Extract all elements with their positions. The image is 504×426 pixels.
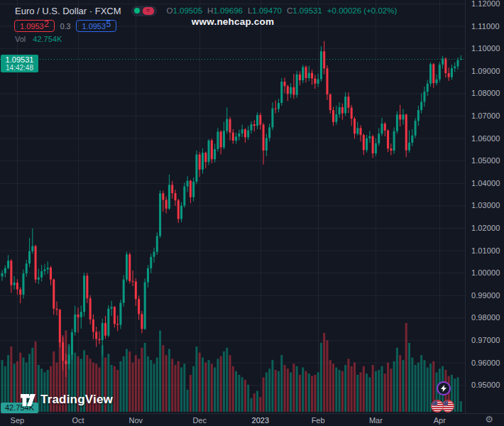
time-axis-label: 2023	[252, 416, 269, 425]
volume-bar	[144, 343, 146, 412]
volume-bar	[265, 372, 268, 412]
candle-body	[220, 131, 222, 147]
gear-icon[interactable]: ⚙	[483, 415, 495, 425]
candle-body	[107, 309, 109, 336]
volume-bar	[275, 370, 277, 412]
volume-bar	[171, 359, 173, 412]
candle-body	[28, 251, 31, 263]
volume-bar	[308, 373, 310, 412]
candle-body	[299, 75, 301, 80]
volume-bar	[202, 358, 204, 412]
buy-ask-button[interactable]: 1.09535	[76, 20, 116, 32]
sell-bid-button[interactable]: 1.09532	[14, 20, 55, 32]
candle-body	[56, 309, 58, 310]
price-axis-label: 1.07000	[471, 111, 500, 120]
candle-body	[436, 80, 438, 83]
candle-body	[408, 143, 410, 151]
volume-bar	[339, 370, 341, 412]
volume-bar	[354, 363, 356, 412]
candle-body	[26, 263, 28, 273]
candle-body	[214, 149, 216, 159]
volume-bar	[116, 370, 119, 412]
candle-wick	[65, 354, 66, 377]
time-axis-label: Apr	[434, 416, 446, 425]
candle-body	[341, 107, 344, 114]
candle-body	[280, 82, 283, 103]
candle-body	[390, 148, 392, 151]
candle-body	[335, 114, 337, 122]
candle-body	[204, 153, 207, 162]
candle-body	[19, 290, 21, 295]
candle-body	[368, 136, 371, 138]
candle-body	[339, 107, 341, 114]
candle-body	[40, 271, 43, 278]
high-value: 1.09696	[213, 6, 243, 15]
candle-body	[275, 109, 277, 109]
volume-bar	[417, 363, 420, 412]
volume-bar	[250, 398, 252, 412]
candle-body	[351, 108, 353, 119]
candle-body	[144, 282, 146, 329]
livestream-bubble[interactable]	[437, 381, 451, 395]
price-axis-label: 1.02000	[471, 224, 500, 232]
candlestick-chart[interactable]	[0, 0, 466, 413]
volume-bar	[305, 371, 307, 412]
candle-body	[302, 67, 304, 80]
volume-bar	[393, 361, 395, 412]
volume-bar	[387, 363, 389, 412]
tradingview-logo[interactable]: TradingView	[20, 393, 113, 407]
volume-bar	[223, 351, 225, 412]
candle-body	[405, 114, 407, 150]
price-axis-label: 1.12000	[471, 0, 500, 8]
spread-value: 0.3	[60, 22, 71, 31]
volume-bar	[427, 368, 429, 413]
candle-body	[168, 185, 170, 208]
candle-body	[332, 110, 334, 122]
volume-label: Vol	[15, 35, 26, 43]
price-axis-label: 1.09000	[471, 67, 500, 75]
bid-price-pip: 2	[44, 19, 49, 29]
symbol-title[interactable]: Euro / U.S. Dollar · FXCM	[15, 6, 121, 16]
volume-bar	[311, 376, 313, 412]
volume-bar	[384, 373, 386, 412]
candle-body	[38, 278, 40, 280]
candle-body	[305, 67, 307, 77]
volume-bar	[162, 345, 164, 412]
candle-body	[381, 124, 383, 133]
ask-price: 1.0953	[82, 21, 106, 31]
candle-body	[238, 133, 240, 136]
volume-bar	[141, 348, 143, 412]
candle-body	[128, 254, 131, 281]
candle-body	[211, 141, 213, 160]
ask-price-pip: 5	[106, 19, 111, 29]
volume-bar	[360, 372, 362, 412]
candle-body	[417, 110, 420, 121]
volume-bar	[174, 365, 176, 412]
symbol-status-chips[interactable]: ≈	[131, 6, 157, 16]
economic-events-bubble[interactable]	[431, 399, 455, 413]
candle-body	[356, 128, 358, 133]
candle-body	[150, 257, 152, 268]
chart-window: www.nehcap.com Euro / U.S. Dollar · FXCM…	[0, 0, 504, 426]
volume-bar	[220, 356, 222, 412]
candle-body	[95, 332, 97, 339]
candle-body	[43, 269, 45, 271]
volume-bar	[190, 375, 192, 412]
candle-body	[171, 185, 173, 193]
price-axis-label: 0.96000	[471, 359, 500, 367]
candle-body	[13, 283, 16, 285]
price-axis[interactable]: 1.120001.110001.100001.090001.080001.070…	[465, 0, 504, 413]
candle-wick	[57, 302, 57, 316]
candle-body	[259, 115, 261, 125]
candle-body	[329, 94, 332, 110]
volume-bar	[290, 372, 292, 412]
candle-body	[71, 332, 73, 355]
candle-body	[183, 187, 185, 206]
volume-bar	[329, 360, 332, 412]
volume-bar	[183, 364, 185, 412]
candle-body	[265, 138, 268, 151]
time-axis[interactable]: SepOctNovDec2023FebMarApr	[0, 413, 504, 426]
volume-bar	[326, 340, 328, 412]
candle-body	[372, 136, 374, 153]
volume-bar	[314, 375, 316, 412]
